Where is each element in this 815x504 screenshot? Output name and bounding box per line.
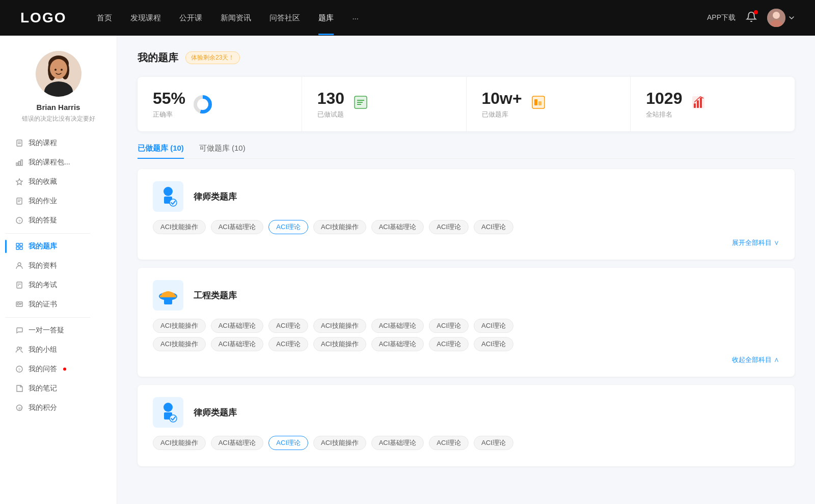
tag-2-5[interactable]: ACI基础理论	[371, 319, 424, 333]
sidebar-item-favorites[interactable]: 我的收藏	[5, 172, 112, 191]
collapse-link-engineer[interactable]: 收起全部科目 ∧	[153, 355, 779, 365]
sidebar-item-questionbank[interactable]: 我的题库	[5, 237, 112, 256]
doc-icon	[15, 197, 23, 205]
tag-1-6[interactable]: ACI理论	[429, 220, 469, 234]
nav-more[interactable]: ···	[352, 14, 359, 22]
tag-1-3[interactable]: ACI理论	[268, 220, 308, 234]
svg-point-28	[18, 263, 21, 266]
sidebar-item-notes[interactable]: 我的笔记	[5, 379, 112, 398]
tag-3-5[interactable]: ACI基础理论	[371, 436, 424, 450]
tags-row-lawyer-2: ACI技能操作 ACI基础理论 ACI理论 ACI技能操作 ACI基础理论 AC…	[153, 436, 779, 450]
svg-rect-27	[20, 247, 22, 249]
stat-ranking: 1029 全站排名	[631, 77, 795, 131]
sidebar-item-exam[interactable]: 我的考试	[5, 275, 112, 295]
chat-icon	[15, 326, 23, 334]
tag-2-12[interactable]: ACI基础理论	[371, 337, 424, 351]
sidebar-item-coursepack[interactable]: 我的课程包...	[5, 153, 112, 172]
svg-point-9	[55, 69, 57, 71]
tag-2-9[interactable]: ACI基础理论	[211, 337, 264, 351]
svg-rect-49	[534, 99, 537, 105]
svg-rect-15	[16, 163, 18, 165]
sidebar-item-myqa[interactable]: ? 我的问答	[5, 359, 112, 379]
svg-rect-60	[164, 299, 172, 304]
lawyer-icon-2	[153, 397, 183, 428]
qa-notification-dot	[63, 368, 66, 371]
svg-point-31	[18, 285, 19, 286]
tag-1-7[interactable]: ACI理论	[474, 220, 513, 234]
engineer-icon	[153, 280, 183, 311]
tag-2-14[interactable]: ACI理论	[474, 337, 513, 351]
tag-2-4[interactable]: ACI技能操作	[313, 319, 366, 333]
page-title: 我的题库	[138, 51, 178, 65]
nav-opencourse[interactable]: 公开课	[179, 13, 202, 23]
nav-home[interactable]: 首页	[97, 13, 112, 23]
tag-2-3[interactable]: ACI理论	[268, 319, 308, 333]
nav-questions[interactable]: 题库	[318, 13, 334, 23]
tags-row-lawyer-1: ACI技能操作 ACI基础理论 ACI理论 ACI技能操作 ACI基础理论 AC…	[153, 220, 779, 234]
tab-done-banks[interactable]: 已做题库 (10)	[138, 144, 184, 158]
tag-3-6[interactable]: ACI理论	[429, 436, 469, 450]
tag-2-6[interactable]: ACI理论	[429, 319, 469, 333]
nav-discover[interactable]: 发现课程	[130, 13, 161, 23]
svg-rect-19	[17, 198, 22, 204]
coin-icon: 积	[15, 404, 23, 412]
svg-point-8	[50, 59, 67, 78]
group-icon	[15, 346, 23, 354]
tag-1-5[interactable]: ACI基础理论	[371, 220, 424, 234]
page-title-row: 我的题库 体验剩余23天！	[138, 51, 795, 65]
tag-1-2[interactable]: ACI基础理论	[211, 220, 264, 234]
sidebar-divider-2	[5, 317, 90, 318]
nav-qa[interactable]: 问答社区	[269, 13, 300, 23]
sidebar: Brian Harris 错误的决定比没有决定要好 我的课程	[0, 36, 117, 504]
sidebar-item-points[interactable]: 积 我的积分	[5, 398, 112, 417]
notification-bell[interactable]	[746, 11, 757, 24]
tag-2-13[interactable]: ACI理论	[429, 337, 469, 351]
tag-1-4[interactable]: ACI技能操作	[313, 220, 366, 234]
questions-icon	[352, 94, 369, 114]
svg-rect-53	[697, 100, 699, 108]
tag-3-7[interactable]: ACI理论	[474, 436, 513, 450]
sidebar-item-profile[interactable]: 我的资料	[5, 256, 112, 275]
tag-3-1[interactable]: ACI技能操作	[153, 436, 206, 450]
tag-3-3[interactable]: ACI理论	[268, 436, 308, 450]
svg-point-55	[164, 187, 173, 196]
bank-card-engineer: 工程类题库 ACI技能操作 ACI基础理论 ACI理论 ACI技能操作 ACI基…	[138, 268, 795, 377]
bank-title-lawyer-1: 律师类题库	[194, 191, 237, 203]
svg-text:积: 积	[18, 407, 22, 410]
sidebar-item-certificate[interactable]: 我的证书	[5, 295, 112, 314]
navbar-right: APP下载	[707, 9, 795, 27]
app-download-button[interactable]: APP下载	[707, 13, 736, 22]
tag-2-8[interactable]: ACI技能操作	[153, 337, 206, 351]
sidebar-user-bio: 错误的决定比没有决定要好	[17, 115, 100, 123]
chevron-down-icon	[789, 15, 795, 21]
sidebar-item-qa[interactable]: ? 我的答疑	[5, 211, 112, 230]
svg-rect-50	[538, 101, 541, 105]
tag-1-1[interactable]: ACI技能操作	[153, 220, 206, 234]
tag-2-2[interactable]: ACI基础理论	[211, 319, 264, 333]
svg-point-36	[17, 347, 20, 350]
expand-link-lawyer-1[interactable]: 展开全部科目 ∨	[153, 238, 779, 247]
stat-done-banks-value: 10w+	[482, 89, 522, 108]
tag-3-2[interactable]: ACI基础理论	[211, 436, 264, 450]
tab-todo-banks[interactable]: 可做题库 (10)	[199, 144, 246, 158]
nav-news[interactable]: 新闻资讯	[221, 13, 251, 23]
sidebar-item-group[interactable]: 我的小组	[5, 340, 112, 359]
bank-title-lawyer-2: 律师类题库	[194, 407, 237, 418]
stat-accuracy: 55% 正确率	[138, 77, 302, 131]
tag-2-7[interactable]: ACI理论	[474, 319, 513, 333]
tag-2-11[interactable]: ACI技能操作	[313, 337, 366, 351]
tag-3-4[interactable]: ACI技能操作	[313, 436, 366, 450]
sidebar-item-homework[interactable]: 我的作业	[5, 191, 112, 211]
sidebar-item-1on1[interactable]: 一对一答疑	[5, 321, 112, 340]
page-container: Brian Harris 错误的决定比没有决定要好 我的课程	[0, 36, 815, 504]
navbar-nav: 首页 发现课程 公开课 新闻资讯 问答社区 题库 ···	[97, 13, 707, 23]
notification-dot	[754, 10, 758, 14]
tag-2-10[interactable]: ACI理论	[268, 337, 308, 351]
user-avatar-area[interactable]	[767, 9, 795, 27]
sidebar-menu: 我的课程 我的课程包... 我的收藏	[0, 133, 117, 417]
stat-done-questions: 130 已做试题	[302, 77, 467, 131]
sidebar-item-courses[interactable]: 我的课程	[5, 133, 112, 153]
sidebar-avatar	[36, 51, 82, 97]
tag-2-1[interactable]: ACI技能操作	[153, 319, 206, 333]
svg-point-37	[20, 347, 22, 349]
